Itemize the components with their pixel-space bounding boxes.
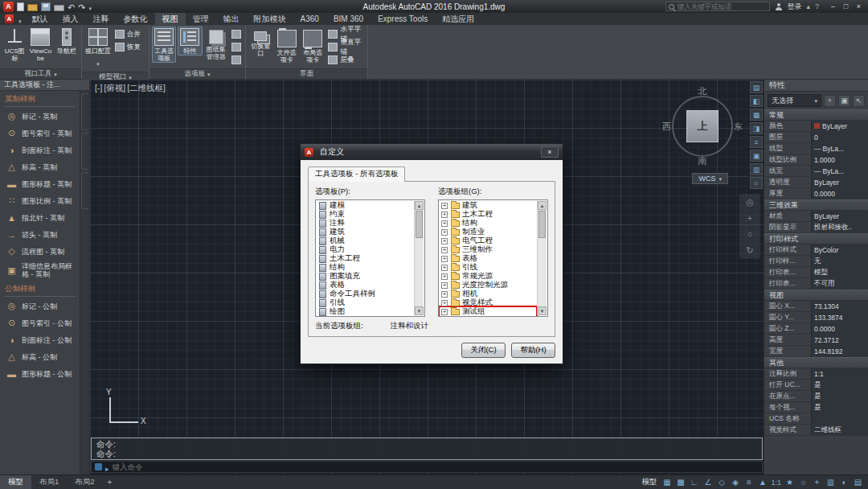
save-icon[interactable] [41,2,51,11]
expand-plus-icon[interactable] [441,220,448,227]
restore-icon[interactable] [840,2,852,10]
workspace-switching-icon[interactable] [798,478,809,487]
section-header[interactable]: 打印样式 [764,233,868,244]
palette-item[interactable]: 流程图 - 英制 [0,243,80,260]
panel-label-viewport-tools[interactable]: 视口工具 [0,68,81,79]
object-snap-icon[interactable] [730,478,740,487]
ucs-icon-button[interactable]: UCS图标 [2,27,27,63]
palette-item[interactable]: 图形标题 - 公制 [0,365,80,382]
isometric-drafting-icon[interactable] [716,478,727,487]
expand-plus-icon[interactable] [441,256,448,262]
annotation-monitor-icon[interactable] [812,478,822,487]
quick-properties-icon[interactable] [825,478,836,487]
palette-item[interactable]: 图号索引 - 公制 [0,314,80,331]
expand-plus-icon[interactable] [441,212,448,218]
ribbon-tab[interactable]: 精选应用 [435,13,481,25]
palette-item[interactable]: 标高 - 英制 [0,158,80,175]
scrollbar-track[interactable] [538,239,547,306]
expand-plus-icon[interactable] [441,203,448,209]
palette-item[interactable]: 图形比例 - 英制 [0,192,80,209]
application-menu-button[interactable] [2,13,25,25]
palette-item[interactable]: 图形标题 - 英制 [0,175,80,192]
property-row[interactable]: 图层 0 [764,132,868,143]
panel-label-interface[interactable]: 界面 [246,68,367,79]
ribbon-tab[interactable]: 注释 [86,13,117,25]
palette-list-item[interactable]: 修改 [317,316,413,317]
scrollbar-thumb[interactable] [416,211,423,238]
property-value[interactable]: 是 [811,380,868,390]
layout-tabs-button[interactable]: 布局选项卡 [301,27,325,64]
palette-group-item[interactable]: 测试组 [440,307,536,316]
small-palette-button[interactable] [230,54,243,66]
property-row[interactable]: 阴影显示 投射和接收.. [764,222,868,233]
property-value[interactable]: ByColor [811,244,868,255]
search-box[interactable] [665,2,770,11]
section-header[interactable]: 常规 [764,109,868,121]
command-input-row[interactable] [91,461,763,473]
property-row[interactable]: 宽度 144.8192 [764,346,868,357]
viewcube[interactable]: 北 南 西 东 上 [664,88,741,165]
isolate-objects-icon[interactable] [839,478,850,487]
zoom-icon[interactable] [747,230,753,239]
dock-palette-icon[interactable] [750,150,763,162]
toggle-pickadd-icon[interactable] [824,95,836,107]
property-row[interactable]: 线型比例 1.0000 [764,154,868,166]
annotation-visibility-icon[interactable] [757,478,768,487]
property-row[interactable]: 在原点... 是 [764,391,868,402]
property-row[interactable]: 圆心 Y... 133.3874 [764,312,868,323]
redo-icon[interactable] [78,0,85,14]
palette-item[interactable]: 剖面标注 - 公制 [0,331,80,348]
property-value[interactable] [811,413,868,424]
ribbon-tab[interactable]: BIM 360 [326,13,371,25]
expand-plus-icon[interactable] [441,300,448,306]
viewport-control-visual-style[interactable]: [二维线框] [127,83,166,94]
signin-icon[interactable] [775,3,782,10]
palette-group-item[interactable]: 光度控制光源 [440,281,536,290]
properties-title[interactable]: 特性 [764,80,868,92]
sheet-set-manager-button[interactable]: 图纸集管理器 [204,27,228,61]
help-button[interactable]: 帮助(H) [511,343,555,358]
property-row[interactable]: 打印样... 无 [764,256,868,267]
palette-item[interactable]: 剖面标注 - 英制 [0,142,80,158]
property-value[interactable]: ByLayer [811,121,868,131]
quick-select-icon[interactable] [853,95,865,107]
property-row[interactable]: 圆心 Z... 0.0000 [764,323,868,335]
section-header[interactable]: 其他 [764,357,868,368]
model-space-button[interactable]: 模型 [641,477,657,487]
open-file-icon[interactable] [27,4,38,11]
viewcube-toggle-button[interactable]: ViewCube [28,27,52,63]
scrollbar-thumb[interactable] [538,211,546,238]
ribbon-tab[interactable]: 管理 [186,13,216,25]
properties-palette-button[interactable]: 特性 [178,27,202,55]
property-value[interactable]: 144.8192 [811,346,868,356]
property-value[interactable]: ByLa... [811,143,868,154]
palette-item[interactable]: 图号索引 - 英制 [0,125,80,142]
palettes-list[interactable]: 建模 约束 注释 [315,199,425,317]
file-tabs-button[interactable]: 文件选项卡 [274,27,298,64]
viewcube-north-label[interactable]: 北 [698,85,707,97]
palette-item[interactable]: 详细信息布局框格 - 英制 [0,260,80,281]
expand-plus-icon[interactable] [441,273,448,280]
dialog-close-icon[interactable] [541,146,559,158]
palette-group-item[interactable]: 土木工程 [440,210,536,219]
snap-icon[interactable] [675,478,686,487]
property-value[interactable]: 是 [811,402,868,413]
dock-palette-icon[interactable] [750,109,763,121]
property-value[interactable]: 模型 [811,267,868,277]
property-value[interactable]: 73.1304 [811,301,868,311]
panel-label-palettes[interactable]: 选项板 [149,68,245,79]
ribbon-tab[interactable]: 视图 [155,13,186,25]
property-row[interactable]: 圆心 X... 73.1304 [764,301,868,312]
dock-palette-icon[interactable] [750,177,763,189]
palette-group-item[interactable]: 视觉样式 [440,298,536,307]
dock-palette-icon[interactable] [750,122,763,134]
close-button[interactable]: 关闭(C) [461,343,506,358]
property-value[interactable]: ByLa... [811,166,868,176]
property-row[interactable]: 高度 72.3712 [764,335,868,346]
tool-palettes-button[interactable]: 工具选项板 [152,27,176,63]
viewport-configuration-button[interactable]: 视口配置 [84,27,112,70]
autocad-logo-icon[interactable] [3,2,14,12]
orbit-icon[interactable] [746,246,753,255]
scrollbar[interactable] [414,201,424,315]
palette-item[interactable]: 标记 - 英制 [0,108,80,125]
